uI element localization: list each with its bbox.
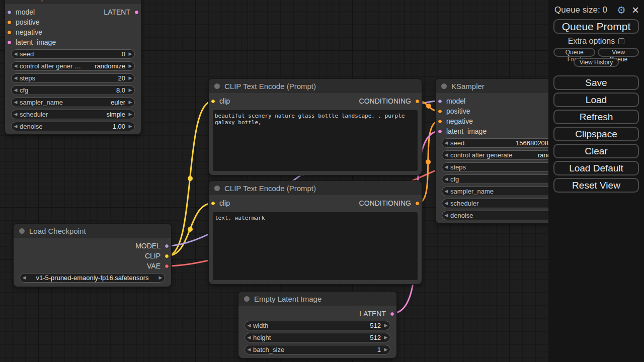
input-slot-positive[interactable]: positive — [7, 17, 39, 27]
decrement-arrow-icon[interactable]: ◀ — [442, 187, 450, 196]
output-slot-CONDITIONING[interactable]: CONDITIONING — [359, 198, 420, 208]
input-slot-clip[interactable]: clip — [211, 198, 230, 208]
output-dot-CONDITIONING[interactable] — [415, 201, 420, 206]
increment-arrow-icon[interactable]: ▶ — [382, 333, 390, 342]
node-clip-text-encode-negative[interactable]: CLIP Text Encode (Prompt)clipCONDITIONIN… — [209, 181, 422, 284]
decrement-arrow-icon[interactable]: ◀ — [442, 175, 450, 184]
increment-arrow-icon[interactable]: ▶ — [382, 321, 390, 330]
output-slot-CONDITIONING[interactable]: CONDITIONING — [359, 96, 420, 106]
decrement-arrow-icon[interactable]: ◀ — [442, 163, 450, 171]
clipspace-button[interactable]: Clipspace — [553, 127, 639, 141]
settings-gear-icon[interactable]: ⚙ — [617, 5, 626, 15]
widget-control after gener …[interactable]: ◀control after gener …randomize▶ — [11, 61, 135, 71]
node-title-bar[interactable]: CLIP Text Encode (Prompt) — [209, 181, 422, 195]
widget-cfg[interactable]: ◀cfg8.0▶ — [11, 85, 135, 95]
decrement-arrow-icon[interactable]: ◀ — [245, 345, 253, 354]
decrement-arrow-icon[interactable]: ◀ — [12, 98, 20, 107]
output-dot-LATENT[interactable] — [134, 10, 139, 15]
increment-arrow-icon[interactable]: ▶ — [126, 50, 134, 58]
widget-combo[interactable]: ◀v1-5-pruned-emaonly-fp16.safetensors▶ — [20, 273, 165, 283]
node-canvas[interactable]: KSamplermodelLATENTpositivenegativelaten… — [0, 0, 644, 362]
input-dot-latent_image[interactable] — [438, 129, 442, 134]
increment-arrow-icon[interactable]: ▶ — [382, 345, 390, 354]
decrement-arrow-icon[interactable]: ◀ — [12, 122, 20, 131]
widget-control after generate[interactable]: ◀control after generaterandomize▶ — [442, 150, 566, 160]
input-dot-model[interactable] — [7, 10, 12, 15]
increment-arrow-icon[interactable]: ▶ — [126, 86, 134, 95]
collapse-dot-icon[interactable] — [19, 228, 25, 234]
decrement-arrow-icon[interactable]: ◀ — [20, 274, 28, 282]
queue-prompt-button[interactable]: Queue Prompt — [553, 19, 639, 34]
output-slot-LATENT[interactable]: LATENT — [359, 309, 394, 319]
widget-scheduler[interactable]: ◀scheduler▶ — [442, 199, 566, 208]
node-ksampler-top-left[interactable]: KSamplermodelLATENTpositivenegativelaten… — [5, 0, 141, 134]
widget-seed[interactable]: ◀seed1566802087▶ — [442, 138, 566, 148]
input-dot-positive[interactable] — [7, 20, 12, 25]
widget-height[interactable]: ◀height512▶ — [245, 333, 390, 342]
collapse-dot-icon[interactable] — [214, 83, 220, 89]
decrement-arrow-icon[interactable]: ◀ — [12, 50, 20, 58]
input-dot-latent_image[interactable] — [7, 40, 12, 45]
decrement-arrow-icon[interactable]: ◀ — [442, 211, 450, 220]
node-title-bar[interactable]: CLIP Text Encode (Prompt) — [209, 79, 422, 93]
node-title-bar[interactable]: Empty Latent Image — [238, 292, 396, 306]
prompt-textarea[interactable] — [213, 212, 418, 280]
widget-scheduler[interactable]: ◀schedulersimple▶ — [11, 110, 135, 119]
input-slot-clip[interactable]: clip — [211, 96, 230, 106]
output-slot-MODEL[interactable]: MODEL — [135, 241, 169, 251]
decrement-arrow-icon[interactable]: ◀ — [442, 151, 450, 159]
decrement-arrow-icon[interactable]: ◀ — [442, 139, 450, 147]
decrement-arrow-icon[interactable]: ◀ — [245, 321, 253, 330]
close-icon[interactable]: × — [632, 6, 639, 14]
input-slot-latent_image[interactable]: latent_image — [7, 37, 56, 47]
input-slot-model[interactable]: model — [438, 96, 465, 106]
reset-view-button[interactable]: Reset View — [553, 178, 639, 193]
widget-sampler_name[interactable]: ◀sampler_name▶ — [442, 187, 566, 196]
input-dot-model[interactable] — [438, 99, 442, 104]
input-dot-negative[interactable] — [7, 30, 12, 35]
decrement-arrow-icon[interactable]: ◀ — [245, 333, 253, 342]
output-dot-CONDITIONING[interactable] — [415, 99, 420, 104]
input-slot-negative[interactable]: negative — [438, 116, 473, 126]
widget-steps[interactable]: ◀steps▶ — [442, 162, 566, 172]
output-dot-CLIP[interactable] — [165, 254, 169, 258]
widget-sampler_name[interactable]: ◀sampler_nameeuler▶ — [11, 98, 135, 107]
widget-width[interactable]: ◀width512▶ — [245, 321, 390, 330]
increment-arrow-icon[interactable]: ▶ — [126, 62, 134, 70]
decrement-arrow-icon[interactable]: ◀ — [12, 74, 20, 82]
collapse-dot-icon[interactable] — [244, 296, 250, 302]
widget-steps[interactable]: ◀steps20▶ — [11, 73, 135, 83]
widget-denoise[interactable]: ◀denoise1.00▶ — [11, 122, 135, 131]
input-dot-negative[interactable] — [438, 119, 442, 124]
decrement-arrow-icon[interactable]: ◀ — [442, 199, 450, 208]
decrement-arrow-icon[interactable]: ◀ — [12, 62, 20, 70]
extra-options-checkbox[interactable] — [618, 38, 624, 44]
node-title-bar[interactable]: KSampler — [5, 0, 141, 4]
increment-arrow-icon[interactable]: ▶ — [126, 110, 134, 119]
view-queue-button[interactable]: View Queue — [598, 48, 639, 57]
increment-arrow-icon[interactable]: ▶ — [126, 74, 134, 82]
output-slot-LATENT[interactable]: LATENT — [104, 7, 139, 17]
input-dot-clip[interactable] — [211, 99, 215, 104]
save-button[interactable]: Save — [553, 75, 639, 90]
widget-denoise[interactable]: ◀denoise▶ — [442, 211, 566, 220]
decrement-arrow-icon[interactable]: ◀ — [12, 110, 20, 119]
increment-arrow-icon[interactable]: ▶ — [126, 122, 134, 131]
node-empty-latent-image[interactable]: Empty Latent ImageLATENT◀width512▶◀heigh… — [238, 292, 396, 358]
input-dot-positive[interactable] — [438, 109, 442, 114]
collapse-dot-icon[interactable] — [214, 186, 220, 191]
output-dot-LATENT[interactable] — [390, 312, 394, 316]
output-slot-CLIP[interactable]: CLIP — [145, 251, 169, 261]
node-clip-text-encode-positive[interactable]: CLIP Text Encode (Prompt)clipCONDITIONIN… — [209, 79, 422, 175]
increment-arrow-icon[interactable]: ▶ — [126, 98, 134, 107]
load-button[interactable]: Load — [553, 93, 639, 107]
refresh-button[interactable]: Refresh — [553, 110, 639, 124]
prompt-textarea[interactable] — [213, 110, 418, 171]
increment-arrow-icon[interactable]: ▶ — [156, 274, 165, 282]
collapse-dot-icon[interactable] — [441, 83, 447, 89]
clear-button[interactable]: Clear — [553, 144, 639, 158]
input-slot-model[interactable]: model — [7, 7, 35, 17]
queue-front-button[interactable]: Queue Front — [553, 48, 595, 57]
output-dot-MODEL[interactable] — [165, 244, 169, 248]
output-dot-VAE[interactable] — [165, 264, 169, 268]
